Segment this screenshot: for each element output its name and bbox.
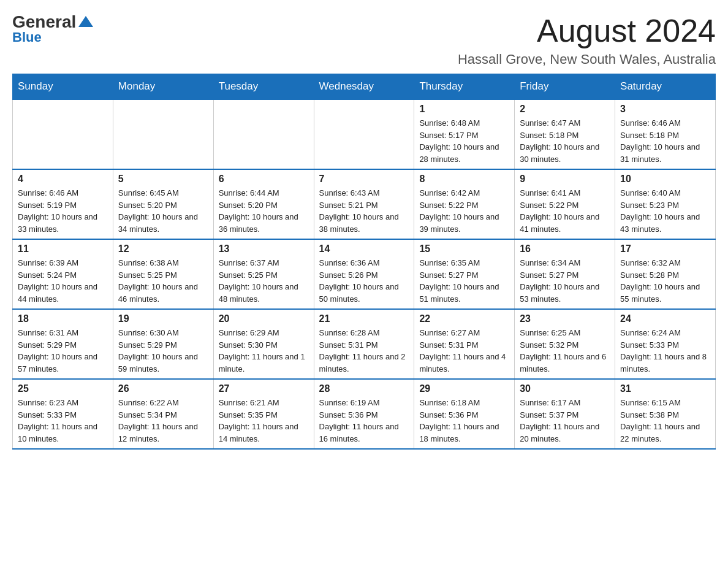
day-info: Sunrise: 6:44 AMSunset: 5:20 PMDaylight:… — [219, 187, 309, 235]
day-info: Sunrise: 6:25 AMSunset: 5:32 PMDaylight:… — [520, 327, 610, 375]
day-number: 10 — [620, 174, 710, 185]
calendar-cell — [314, 99, 414, 169]
day-info: Sunrise: 6:31 AMSunset: 5:29 PMDaylight:… — [18, 327, 108, 375]
calendar-cell: 19Sunrise: 6:30 AMSunset: 5:29 PMDayligh… — [113, 309, 213, 379]
day-info: Sunrise: 6:28 AMSunset: 5:31 PMDaylight:… — [319, 327, 409, 375]
calendar-cell: 25Sunrise: 6:23 AMSunset: 5:33 PMDayligh… — [13, 379, 113, 449]
day-number: 24 — [620, 313, 710, 324]
day-number: 16 — [520, 243, 610, 255]
calendar-cell: 5Sunrise: 6:45 AMSunset: 5:20 PMDaylight… — [113, 169, 213, 239]
calendar-cell: 11Sunrise: 6:39 AMSunset: 5:24 PMDayligh… — [13, 239, 113, 309]
day-info: Sunrise: 6:27 AMSunset: 5:31 PMDaylight:… — [419, 327, 509, 375]
location-title: Hassall Grove, New South Wales, Australi… — [458, 52, 716, 67]
calendar-week-row: 4Sunrise: 6:46 AMSunset: 5:19 PMDaylight… — [13, 169, 716, 239]
day-info: Sunrise: 6:32 AMSunset: 5:28 PMDaylight:… — [620, 257, 710, 305]
day-number: 27 — [219, 383, 309, 394]
title-area: August 2024 Hassall Grove, New South Wal… — [458, 12, 716, 67]
month-title: August 2024 — [458, 12, 716, 49]
calendar-cell: 31Sunrise: 6:15 AMSunset: 5:38 PMDayligh… — [615, 379, 716, 449]
day-info: Sunrise: 6:19 AMSunset: 5:36 PMDaylight:… — [319, 397, 409, 445]
calendar-week-row: 18Sunrise: 6:31 AMSunset: 5:29 PMDayligh… — [13, 309, 716, 379]
day-number: 2 — [520, 104, 610, 115]
day-info: Sunrise: 6:45 AMSunset: 5:20 PMDaylight:… — [118, 187, 208, 235]
day-number: 31 — [620, 383, 710, 394]
day-number: 5 — [118, 174, 208, 185]
calendar-cell: 13Sunrise: 6:37 AMSunset: 5:25 PMDayligh… — [213, 239, 314, 309]
weekday-header-friday: Friday — [515, 74, 615, 100]
day-info: Sunrise: 6:36 AMSunset: 5:26 PMDaylight:… — [319, 257, 409, 305]
day-info: Sunrise: 6:40 AMSunset: 5:23 PMDaylight:… — [620, 187, 710, 235]
day-info: Sunrise: 6:24 AMSunset: 5:33 PMDaylight:… — [620, 327, 710, 375]
calendar-cell: 20Sunrise: 6:29 AMSunset: 5:30 PMDayligh… — [213, 309, 314, 379]
day-info: Sunrise: 6:35 AMSunset: 5:27 PMDaylight:… — [419, 257, 509, 305]
day-info: Sunrise: 6:46 AMSunset: 5:19 PMDaylight:… — [18, 187, 108, 235]
weekday-header-tuesday: Tuesday — [213, 74, 314, 100]
day-number: 15 — [419, 243, 509, 255]
calendar-cell: 30Sunrise: 6:17 AMSunset: 5:37 PMDayligh… — [515, 379, 615, 449]
day-info: Sunrise: 6:29 AMSunset: 5:30 PMDaylight:… — [219, 327, 309, 375]
day-info: Sunrise: 6:37 AMSunset: 5:25 PMDaylight:… — [219, 257, 309, 305]
day-info: Sunrise: 6:39 AMSunset: 5:24 PMDaylight:… — [18, 257, 108, 305]
day-number: 20 — [219, 313, 309, 324]
day-number: 23 — [520, 313, 610, 324]
calendar-cell: 15Sunrise: 6:35 AMSunset: 5:27 PMDayligh… — [414, 239, 515, 309]
calendar-cell: 8Sunrise: 6:42 AMSunset: 5:22 PMDaylight… — [414, 169, 515, 239]
day-number: 3 — [620, 104, 710, 115]
calendar-cell — [113, 99, 213, 169]
day-number: 25 — [18, 383, 108, 394]
day-info: Sunrise: 6:17 AMSunset: 5:37 PMDaylight:… — [520, 397, 610, 445]
day-info: Sunrise: 6:15 AMSunset: 5:38 PMDaylight:… — [620, 397, 710, 445]
calendar-cell: 14Sunrise: 6:36 AMSunset: 5:26 PMDayligh… — [314, 239, 414, 309]
day-number: 6 — [219, 174, 309, 185]
day-number: 22 — [419, 313, 509, 324]
day-number: 19 — [118, 313, 208, 324]
calendar-cell: 2Sunrise: 6:47 AMSunset: 5:18 PMDaylight… — [515, 99, 615, 169]
day-number: 28 — [319, 383, 409, 394]
weekday-header-saturday: Saturday — [615, 74, 716, 100]
calendar-cell: 16Sunrise: 6:34 AMSunset: 5:27 PMDayligh… — [515, 239, 615, 309]
day-info: Sunrise: 6:22 AMSunset: 5:34 PMDaylight:… — [118, 397, 208, 445]
calendar-cell: 3Sunrise: 6:46 AMSunset: 5:18 PMDaylight… — [615, 99, 716, 169]
calendar-cell: 9Sunrise: 6:41 AMSunset: 5:22 PMDaylight… — [515, 169, 615, 239]
day-number: 17 — [620, 243, 710, 255]
calendar-cell — [13, 99, 113, 169]
calendar-cell: 4Sunrise: 6:46 AMSunset: 5:19 PMDaylight… — [13, 169, 113, 239]
calendar-cell: 21Sunrise: 6:28 AMSunset: 5:31 PMDayligh… — [314, 309, 414, 379]
day-number: 30 — [520, 383, 610, 394]
day-info: Sunrise: 6:41 AMSunset: 5:22 PMDaylight:… — [520, 187, 610, 235]
day-number: 13 — [219, 243, 309, 255]
weekday-header-monday: Monday — [113, 74, 213, 100]
calendar-table: SundayMondayTuesdayWednesdayThursdayFrid… — [12, 74, 716, 450]
day-number: 1 — [419, 104, 509, 115]
weekday-header-wednesday: Wednesday — [314, 74, 414, 100]
calendar-cell: 17Sunrise: 6:32 AMSunset: 5:28 PMDayligh… — [615, 239, 716, 309]
logo-blue: Blue — [12, 29, 42, 45]
calendar-cell: 26Sunrise: 6:22 AMSunset: 5:34 PMDayligh… — [113, 379, 213, 449]
day-number: 14 — [319, 243, 409, 255]
day-number: 7 — [319, 174, 409, 185]
day-number: 11 — [18, 243, 108, 255]
calendar-cell: 29Sunrise: 6:18 AMSunset: 5:36 PMDayligh… — [414, 379, 515, 449]
calendar-cell: 6Sunrise: 6:44 AMSunset: 5:20 PMDaylight… — [213, 169, 314, 239]
weekday-header-row: SundayMondayTuesdayWednesdayThursdayFrid… — [13, 74, 716, 100]
page-header: General Blue August 2024 Hassall Grove, … — [12, 12, 716, 67]
day-number: 29 — [419, 383, 509, 394]
weekday-header-thursday: Thursday — [414, 74, 515, 100]
weekday-header-sunday: Sunday — [13, 74, 113, 100]
day-number: 9 — [520, 174, 610, 185]
day-info: Sunrise: 6:46 AMSunset: 5:18 PMDaylight:… — [620, 117, 710, 165]
day-info: Sunrise: 6:18 AMSunset: 5:36 PMDaylight:… — [419, 397, 509, 445]
calendar-cell: 1Sunrise: 6:48 AMSunset: 5:17 PMDaylight… — [414, 99, 515, 169]
logo: General Blue — [12, 12, 94, 45]
calendar-cell: 22Sunrise: 6:27 AMSunset: 5:31 PMDayligh… — [414, 309, 515, 379]
day-info: Sunrise: 6:23 AMSunset: 5:33 PMDaylight:… — [18, 397, 108, 445]
day-info: Sunrise: 6:34 AMSunset: 5:27 PMDaylight:… — [520, 257, 610, 305]
calendar-cell: 7Sunrise: 6:43 AMSunset: 5:21 PMDaylight… — [314, 169, 414, 239]
day-number: 18 — [18, 313, 108, 324]
calendar-cell — [213, 99, 314, 169]
svg-marker-0 — [78, 16, 93, 27]
day-info: Sunrise: 6:47 AMSunset: 5:18 PMDaylight:… — [520, 117, 610, 165]
day-info: Sunrise: 6:30 AMSunset: 5:29 PMDaylight:… — [118, 327, 208, 375]
calendar-week-row: 1Sunrise: 6:48 AMSunset: 5:17 PMDaylight… — [13, 99, 716, 169]
day-info: Sunrise: 6:43 AMSunset: 5:21 PMDaylight:… — [319, 187, 409, 235]
